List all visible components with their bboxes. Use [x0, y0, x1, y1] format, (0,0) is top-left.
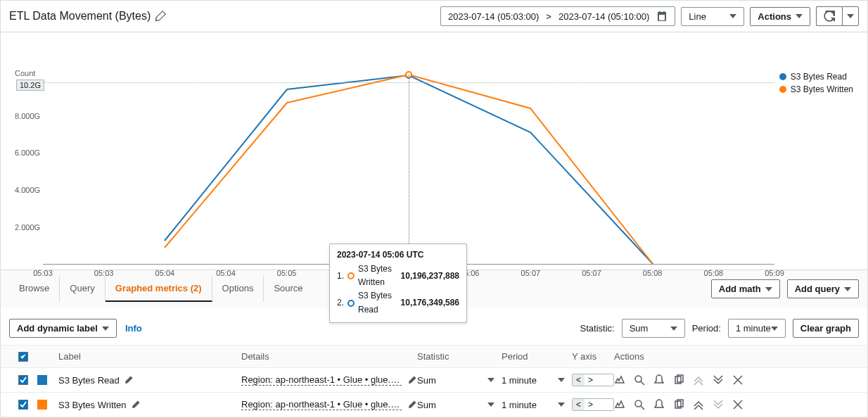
alarm-icon[interactable] — [614, 399, 625, 410]
chart-title: ETL Data Movement (Bytes) — [9, 10, 151, 23]
row-checkbox[interactable] — [18, 400, 28, 410]
copy-icon[interactable] — [673, 374, 684, 386]
caret-down-icon — [771, 325, 778, 332]
period-select[interactable]: 1 minute — [728, 319, 786, 338]
search-icon[interactable] — [634, 374, 645, 386]
row-details[interactable]: Region: ap-northeast-1 • Glue • glue.ALL… — [241, 399, 402, 410]
table-row: S3 Bytes Read Region: ap-northeast-1 • G… — [1, 368, 867, 393]
header-actions: Actions — [614, 351, 769, 362]
actions-button[interactable]: Actions — [750, 7, 810, 26]
row-label: S3 Bytes Written — [58, 400, 127, 410]
info-link[interactable]: Info — [125, 323, 142, 334]
time-range-picker[interactable]: 2023-07-14 (05:03:00) > 2023-07-14 (05:1… — [440, 6, 675, 26]
svg-line-9 — [641, 406, 644, 410]
move-up-icon[interactable] — [693, 374, 704, 386]
caret-down-icon — [847, 13, 854, 20]
range-separator-icon: > — [546, 11, 551, 22]
search-icon[interactable] — [634, 399, 645, 410]
caret-down-icon — [558, 401, 565, 408]
chart-legend: S3 Bytes Read S3 Bytes Written — [779, 72, 853, 97]
color-swatch[interactable] — [37, 400, 47, 410]
edit-icon[interactable] — [124, 375, 134, 385]
row-details[interactable]: Region: ap-northeast-1 • Glue • glue.ALL… — [241, 374, 402, 386]
period-label: Period: — [692, 323, 721, 334]
statistic-select[interactable]: Sum — [622, 319, 685, 338]
refresh-options-button[interactable] — [842, 6, 859, 26]
clear-graph-button[interactable]: Clear graph — [793, 319, 859, 338]
edit-icon[interactable] — [155, 11, 166, 22]
svg-point-2 — [635, 376, 642, 382]
header-details: Details — [241, 351, 417, 362]
caret-down-icon — [796, 13, 803, 20]
hover-vertical-line — [409, 75, 409, 265]
refresh-icon — [824, 11, 835, 22]
y-axis: 2.000G 4.000G 6.000G 8.000G — [15, 75, 43, 265]
chart-type-select[interactable]: Line — [681, 7, 744, 26]
copy-icon[interactable] — [673, 399, 684, 410]
row-statistic-select[interactable]: Sum — [417, 375, 502, 386]
chart-type-value: Line — [689, 11, 706, 22]
caret-down-icon — [558, 376, 565, 384]
select-all-checkbox[interactable] — [18, 352, 28, 362]
row-statistic-select[interactable]: Sum — [417, 400, 502, 410]
header-label: Label — [58, 351, 241, 362]
time-end: 2023-07-14 (05:10:00) — [559, 11, 649, 22]
add-dynamic-label-button[interactable]: Add dynamic label — [9, 319, 117, 338]
table-row: S3 Bytes Written Region: ap-northeast-1 … — [1, 393, 867, 417]
tooltip-swatch — [347, 300, 355, 307]
svg-point-8 — [635, 400, 642, 407]
legend-item[interactable]: S3 Bytes Written — [779, 84, 853, 94]
table-header-row: Label Details Statistic Period Y axis Ac… — [1, 346, 867, 368]
remove-icon[interactable] — [732, 374, 743, 386]
move-down-icon[interactable] — [713, 399, 724, 410]
add-query-button[interactable]: Add query — [787, 279, 859, 298]
y-axis-toggle[interactable]: <> — [572, 398, 614, 411]
legend-swatch — [779, 86, 786, 93]
caret-down-icon — [487, 376, 494, 384]
bell-icon[interactable] — [653, 374, 665, 386]
caret-down-icon — [670, 325, 677, 332]
caret-down-icon — [487, 401, 494, 408]
alarm-icon[interactable] — [614, 374, 625, 386]
calendar-icon — [656, 11, 668, 22]
row-period-select[interactable]: 1 minute — [502, 400, 572, 410]
row-checkbox[interactable] — [18, 375, 28, 385]
caret-down-icon — [765, 286, 772, 293]
add-math-button[interactable]: Add math — [711, 279, 780, 298]
header-statistic: Statistic — [417, 351, 502, 362]
row-label: S3 Bytes Read — [58, 375, 120, 386]
metrics-table: Label Details Statistic Period Y axis Ac… — [1, 345, 867, 417]
y-axis-toggle[interactable]: <> — [572, 374, 614, 386]
chart-tooltip: 2023-07-14 05:06 UTC 1. S3 Bytes Written… — [329, 243, 467, 323]
tooltip-row: 2. S3 Bytes Read 10,176,349,586 — [337, 289, 459, 316]
line-plot[interactable]: 07-14 05:05 — [43, 75, 774, 265]
header-yaxis: Y axis — [572, 351, 614, 362]
tooltip-swatch — [347, 272, 355, 279]
edit-icon[interactable] — [131, 400, 141, 410]
row-period-select[interactable]: 1 minute — [502, 375, 572, 386]
tooltip-title: 2023-07-14 05:06 UTC — [337, 250, 459, 260]
remove-icon[interactable] — [732, 399, 743, 410]
time-start: 2023-07-14 (05:03:00) — [448, 11, 539, 22]
move-up-icon[interactable] — [693, 399, 704, 410]
color-swatch[interactable] — [37, 375, 47, 385]
edit-icon[interactable] — [407, 375, 417, 385]
bell-icon[interactable] — [653, 399, 665, 410]
tooltip-row: 1. S3 Bytes Written 10,196,237,888 — [337, 262, 459, 289]
move-down-icon[interactable] — [713, 374, 724, 386]
legend-swatch — [779, 73, 786, 80]
statistic-label: Statistic: — [580, 323, 615, 334]
header-bar: ETL Data Movement (Bytes) 2023-07-14 (05… — [1, 1, 867, 32]
chart-area: Count 10.2G 2.000G 4.000G 6.000G 8.000G … — [1, 32, 867, 270]
edit-icon[interactable] — [407, 400, 417, 410]
caret-down-icon — [844, 286, 851, 293]
svg-line-3 — [641, 381, 644, 385]
caret-down-icon — [102, 325, 109, 332]
refresh-button[interactable] — [816, 6, 842, 26]
legend-item[interactable]: S3 Bytes Read — [779, 72, 853, 82]
caret-down-icon — [729, 13, 736, 20]
header-period: Period — [502, 351, 572, 362]
